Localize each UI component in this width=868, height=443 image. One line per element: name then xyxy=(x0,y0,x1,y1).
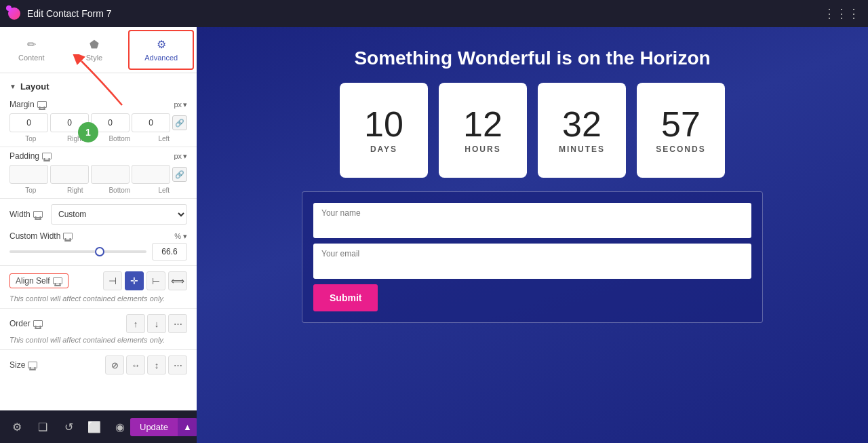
margin-top-label: Top xyxy=(9,135,52,142)
tab-content[interactable]: ✏ Content xyxy=(0,27,63,73)
align-self-hint: This control will affect contained eleme… xyxy=(9,294,187,303)
padding-right-input[interactable] xyxy=(50,165,89,184)
order-buttons: ↑ ↓ ⋯ xyxy=(126,314,187,333)
padding-right-label: Right xyxy=(54,187,97,194)
footer-history-icon[interactable]: ↺ xyxy=(58,417,79,437)
size-expand-btn[interactable]: ↔ xyxy=(126,355,145,374)
align-self-label-box[interactable]: Align Self xyxy=(9,273,68,288)
countdown-container: 10 DAYS 12 HOURS 32 MINUTES 57 SECONDS xyxy=(340,83,725,178)
padding-label: Padding xyxy=(9,151,52,161)
divider-1 xyxy=(0,147,197,147)
align-center-btn[interactable]: ✛ xyxy=(125,271,144,290)
align-end-btn[interactable]: ⊢ xyxy=(146,271,165,290)
margin-row: Margin px ▾ 🔗 Top Right xyxy=(0,97,197,145)
section-toggle-icon[interactable]: ▼ xyxy=(9,83,16,90)
width-row: Width Custom Default Full Width Inline xyxy=(0,200,197,229)
margin-left-input[interactable] xyxy=(132,113,170,132)
order-hint: This control will affect contained eleme… xyxy=(9,336,187,344)
footer-settings-icon[interactable]: ⚙ xyxy=(7,417,27,437)
size-buttons: ⊘ ↔ ↕ ⋯ xyxy=(105,355,187,374)
margin-unit[interactable]: px ▾ xyxy=(174,100,187,109)
custom-width-slider[interactable] xyxy=(9,250,146,253)
footer-eye-icon[interactable]: ◉ xyxy=(110,417,130,437)
footer-layers-icon[interactable]: ❑ xyxy=(33,417,53,437)
sidebar-content: ▼ Layout Margin px ▾ xyxy=(0,73,197,410)
countdown-tile-minutes: 32 MINUTES xyxy=(538,83,626,178)
update-dropdown-btn[interactable]: ▲ xyxy=(178,418,197,436)
padding-link-btn[interactable]: 🔗 xyxy=(172,167,187,182)
width-label: Width xyxy=(9,210,47,219)
align-self-monitor-icon xyxy=(53,277,62,284)
padding-unit[interactable]: px ▾ xyxy=(174,152,187,161)
topbar: Edit Contact Form 7 ⋮⋮⋮ xyxy=(0,0,868,27)
custom-width-slider-container xyxy=(9,245,187,258)
width-monitor-icon[interactable] xyxy=(33,211,43,218)
update-button-group: Update ▲ xyxy=(130,418,197,436)
update-button[interactable]: Update xyxy=(130,418,178,436)
layout-section-title: Layout xyxy=(20,81,50,92)
countdown-seconds-number: 57 xyxy=(661,107,701,142)
custom-width-monitor-icon[interactable] xyxy=(63,233,73,239)
content-icon: ✏ xyxy=(27,38,36,51)
padding-monitor-icon[interactable] xyxy=(42,153,52,159)
margin-sub-labels: Top Right Bottom Left xyxy=(9,135,187,142)
margin-monitor-icon[interactable] xyxy=(37,101,47,108)
order-up-btn[interactable]: ↑ xyxy=(126,314,145,333)
sidebar: ✏ Content ⬟ Style ⚙ Advanced 1 xyxy=(0,27,197,443)
order-row: Order ↑ ↓ ⋯ This control will affect con… xyxy=(0,310,197,348)
divider-4 xyxy=(0,308,197,309)
tab-content-label: Content xyxy=(18,54,45,62)
align-self-controls: Align Self ⊣ ✛ ⊢ ⟺ xyxy=(9,271,187,290)
tab-style[interactable]: ⬟ Style xyxy=(63,27,126,73)
countdown-tile-seconds: 57 SECONDS xyxy=(637,83,725,178)
layout-section-header[interactable]: ▼ Layout xyxy=(0,73,197,97)
form-submit-button[interactable]: Submit xyxy=(313,284,378,311)
padding-left-input[interactable] xyxy=(132,165,170,184)
order-more-btn[interactable]: ⋯ xyxy=(168,314,187,333)
custom-width-unit[interactable]: % ▾ xyxy=(174,232,187,241)
align-stretch-btn[interactable]: ⟺ xyxy=(168,271,187,290)
grid-icon[interactable]: ⋮⋮⋮ xyxy=(823,6,860,21)
size-monitor-icon[interactable] xyxy=(28,362,37,368)
countdown-days-number: 10 xyxy=(364,107,403,142)
padding-left-label: Left xyxy=(143,187,186,194)
margin-top-input[interactable] xyxy=(9,113,48,132)
width-select[interactable]: Custom Default Full Width Inline xyxy=(51,204,187,225)
order-label: Order xyxy=(9,319,43,328)
form-email-label: Your email xyxy=(321,249,743,258)
size-none-btn[interactable]: ⊘ xyxy=(105,355,124,374)
align-start-btn[interactable]: ⊣ xyxy=(103,271,122,290)
size-more-btn[interactable]: ⋯ xyxy=(168,355,187,374)
margin-link-btn[interactable]: 🔗 xyxy=(172,115,187,130)
size-shrink-btn[interactable]: ↕ xyxy=(147,355,166,374)
order-down-btn[interactable]: ↓ xyxy=(147,314,166,333)
countdown-minutes-label: MINUTES xyxy=(559,145,605,154)
footer-icons: ⚙ ❑ ↺ ⬜ ◉ xyxy=(7,417,130,437)
custom-width-header: Custom Width % ▾ xyxy=(9,231,187,241)
custom-width-row: Custom Width % ▾ xyxy=(0,229,197,264)
main-layout: ✏ Content ⬟ Style ⚙ Advanced 1 xyxy=(0,27,868,443)
form-email-field[interactable]: Your email xyxy=(313,244,751,279)
preview-title: Something Wonderful is on the Horizon xyxy=(354,47,710,69)
form-name-field[interactable]: Your name xyxy=(313,203,751,238)
padding-row: Padding px ▾ 🔗 Top Right xyxy=(0,149,197,197)
countdown-hours-number: 12 xyxy=(463,107,502,142)
size-label: Size xyxy=(9,360,37,370)
divider-2 xyxy=(0,198,197,199)
topbar-title: Edit Contact Form 7 xyxy=(27,8,816,19)
countdown-hours-label: HOURS xyxy=(465,145,500,154)
divider-5 xyxy=(0,349,197,350)
align-self-row: Align Self ⊣ ✛ ⊢ ⟺ This control will aff… xyxy=(0,267,197,307)
padding-bottom-input[interactable] xyxy=(91,165,130,184)
custom-width-value-input[interactable] xyxy=(152,243,187,261)
padding-top-label: Top xyxy=(9,187,52,194)
form-name-label: Your name xyxy=(321,208,743,218)
countdown-tile-hours: 12 HOURS xyxy=(439,83,527,178)
padding-bottom-label: Bottom xyxy=(98,187,141,194)
margin-label: Margin xyxy=(9,100,47,109)
order-monitor-icon[interactable] xyxy=(33,320,43,327)
padding-top-input[interactable] xyxy=(9,165,48,184)
margin-left-label: Left xyxy=(143,135,186,142)
footer-responsive-icon[interactable]: ⬜ xyxy=(84,417,104,437)
tab-advanced[interactable]: ⚙ Advanced xyxy=(128,30,194,70)
